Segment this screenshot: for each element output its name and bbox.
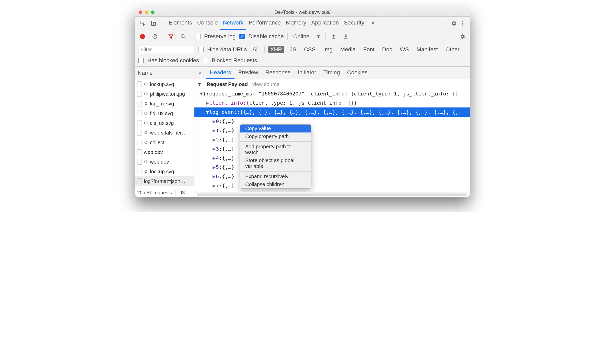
detail-tab-cookies[interactable]: Cookies [344, 67, 371, 79]
hide-data-urls-checkbox[interactable] [198, 47, 204, 52]
panel-tab-security[interactable]: Security [341, 17, 367, 30]
view-source-link[interactable]: view source [252, 81, 279, 87]
request-row[interactable]: ⚙cls_ux.svg [135, 118, 194, 128]
panel-tabs: ElementsConsoleNetworkPerformanceMemoryA… [135, 17, 470, 30]
request-row[interactable]: ⚙lcp_ux.svg [135, 99, 194, 108]
filter-input[interactable] [138, 45, 194, 54]
detail-tab-timing[interactable]: Timing [320, 67, 344, 79]
filter-type-js[interactable]: JS [288, 46, 298, 53]
panel-tab-performance[interactable]: Performance [246, 17, 283, 30]
request-row[interactable]: web.dev [135, 147, 194, 157]
window-minimize-icon[interactable] [145, 10, 148, 14]
panel-tab-memory[interactable]: Memory [283, 17, 309, 30]
request-row[interactable]: ⚙web.dev [135, 157, 194, 167]
request-row[interactable]: ⚙web-vitals-her… [135, 128, 194, 138]
detail-tab-initiator[interactable]: Initiator [294, 67, 320, 79]
preserve-log-label: Preserve log [204, 33, 236, 40]
context-menu-item[interactable]: Copy property path [240, 132, 311, 140]
upload-icon[interactable] [329, 32, 338, 41]
request-name: lockup.svg [150, 81, 174, 87]
window-close-icon[interactable] [139, 10, 142, 14]
json-row[interactable]: ▶ 0: {,…} [194, 117, 470, 126]
request-row[interactable]: log?format=json… [135, 176, 194, 186]
filter-type-font[interactable]: Font [361, 46, 377, 53]
close-detail-icon[interactable]: × [196, 70, 204, 76]
json-row[interactable]: ▶ 2: {,…} [194, 135, 470, 144]
filter-type-other[interactable]: Other [443, 46, 462, 53]
context-menu-item[interactable]: Copy value [240, 125, 311, 132]
request-payload-section[interactable]: ▼ Request Payload view source [194, 79, 470, 89]
download-icon[interactable] [342, 32, 350, 41]
filter-type-media[interactable]: Media [338, 46, 358, 53]
detail-tab-headers[interactable]: Headers [206, 67, 235, 79]
request-row[interactable]: ⚙fid_ux.svg [135, 108, 194, 118]
window-titlebar: DevTools - web.dev/vitals/ [135, 8, 470, 17]
network-settings-icon[interactable] [458, 32, 467, 41]
more-icon[interactable] [458, 19, 467, 28]
file-icon [137, 178, 142, 184]
search-icon[interactable] [179, 32, 188, 41]
json-row[interactable]: ▶ client_info: {client_type: 1, js_clien… [194, 98, 470, 107]
filter-type-css[interactable]: CSS [302, 46, 318, 53]
panel-tab-elements[interactable]: Elements [166, 17, 195, 30]
chevron-right-icon: ▶ [212, 127, 216, 134]
file-icon [137, 81, 142, 87]
gear-icon: ⚙ [144, 111, 148, 116]
blocked-requests-checkbox[interactable] [203, 58, 208, 63]
inspect-element-icon[interactable] [138, 19, 147, 28]
svg-rect-10 [332, 38, 335, 39]
record-icon[interactable] [138, 32, 147, 41]
panel-tab-console[interactable]: Console [195, 17, 220, 30]
clear-icon[interactable] [150, 32, 159, 41]
disable-cache-checkbox[interactable] [239, 34, 245, 39]
json-row[interactable]: ▶ 1: {,…} [194, 126, 470, 135]
context-menu-item[interactable]: Add property path to watch [240, 143, 311, 156]
filter-type-xhr[interactable]: XHR [268, 46, 284, 53]
svg-point-5 [462, 25, 463, 26]
json-row[interactable]: ▶ 3: {,…} [194, 144, 470, 153]
gear-icon: ⚙ [144, 91, 148, 97]
panel-tab-network[interactable]: Network [220, 17, 246, 30]
json-root[interactable]: ▼ {request_time_ms: "1605078406207", cli… [194, 89, 470, 98]
throttle-select[interactable]: Online ▾ [291, 33, 322, 40]
request-row[interactable]: ⚙philipwalton.jpg [135, 89, 194, 99]
json-row[interactable]: ▶ 5: {,…} [194, 163, 470, 172]
filter-type-all[interactable]: All [250, 46, 261, 53]
filter-type-img[interactable]: Img [321, 46, 335, 53]
name-column-header[interactable]: Name [135, 67, 194, 79]
settings-icon[interactable] [449, 19, 458, 28]
context-menu-item[interactable]: Collapse children [240, 180, 311, 188]
context-menu: Copy valueCopy property pathAdd property… [240, 124, 311, 189]
gear-icon: ⚙ [144, 140, 148, 145]
file-icon [137, 130, 142, 136]
filter-type-manifest[interactable]: Manifest [414, 46, 440, 53]
request-row[interactable]: ⚙lockup.svg [135, 167, 194, 176]
preserve-log-checkbox[interactable] [195, 34, 201, 39]
context-menu-item[interactable]: Expand recursively [240, 173, 311, 180]
svg-rect-2 [153, 22, 156, 26]
panel-tab-application[interactable]: Application [309, 17, 342, 30]
horizontal-scrollbar[interactable] [197, 193, 467, 196]
json-row[interactable]: ▶ 7: {,…} [194, 181, 470, 190]
context-menu-separator [240, 141, 311, 142]
detail-tab-preview[interactable]: Preview [235, 67, 262, 79]
detail-tab-response[interactable]: Response [262, 67, 294, 79]
has-blocked-cookies-checkbox[interactable] [138, 58, 144, 63]
filter-type-doc[interactable]: Doc [380, 46, 394, 53]
json-row[interactable]: ▶ 4: {,…} [194, 153, 470, 163]
filter-bar-row2: Has blocked cookies Blocked Requests [135, 56, 470, 67]
json-row[interactable]: ▶ 6: {,…} [194, 172, 470, 181]
context-menu-item[interactable]: Store object as global variable [240, 156, 311, 170]
chevron-right-icon: ▶ [212, 164, 216, 170]
filter-type-ws[interactable]: WS [398, 46, 411, 53]
overflow-tabs-icon[interactable]: » [369, 17, 377, 30]
filter-icon[interactable] [167, 32, 175, 41]
file-icon [137, 149, 142, 155]
device-toolbar-icon[interactable] [149, 19, 158, 28]
request-row[interactable]: ⚙collect [135, 138, 194, 147]
payload-section-title: Request Payload [207, 81, 248, 87]
request-name: cls_ux.svg [150, 120, 174, 126]
request-row[interactable]: ⚙lockup.svg [135, 79, 194, 89]
window-zoom-icon[interactable] [151, 10, 155, 14]
json-row-selected[interactable]: ▼ log_event: [{…}, {…}, {…}, {…}, {,…}, … [194, 107, 470, 117]
